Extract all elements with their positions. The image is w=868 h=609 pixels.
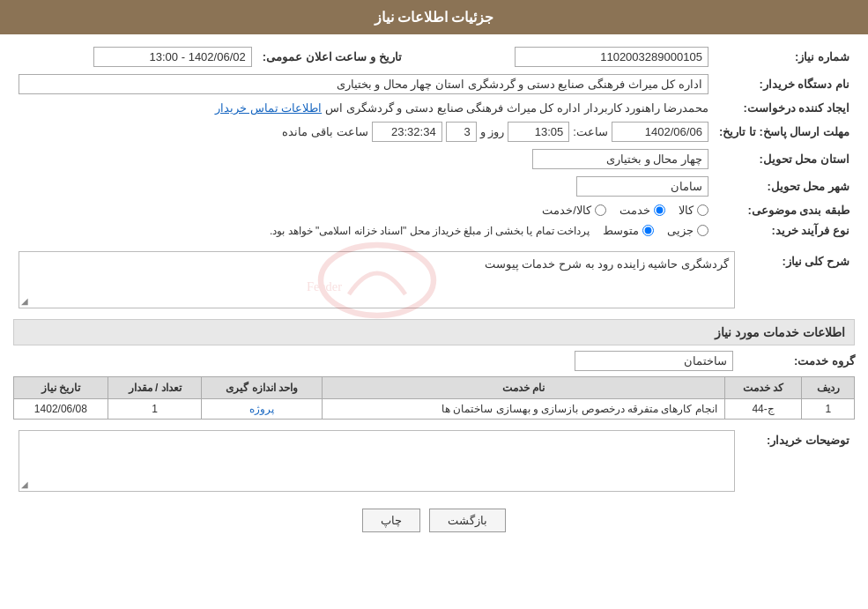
purchase-label-jozii: جزیی (667, 224, 694, 237)
category-option-kala-khedmat[interactable]: کالا/خدمت (542, 204, 606, 217)
buyer-org-value: اداره کل میراث فرهنگی صنایع دستی و گردشگ… (19, 74, 708, 94)
back-button[interactable]: بازگشت (429, 509, 506, 532)
buyer-desc-box: ◢ (19, 430, 735, 492)
city-label: شهر محل تحویل: (714, 173, 855, 200)
need-number-value: 1102003289000105 (515, 47, 708, 67)
remaining-label: ساعت باقی مانده (282, 125, 367, 138)
purchase-radio-jozii[interactable] (697, 225, 708, 236)
day-label: روز و (480, 125, 505, 138)
service-group-value: ساختمان (575, 351, 733, 371)
svg-text:AnaFender: AnaFender (307, 279, 342, 293)
description-label: شرح کلی نیاز: (740, 248, 855, 312)
need-number-label: شماره نیاز: (714, 43, 855, 71)
col-unit: واحد اندازه گیری (202, 377, 323, 399)
purchase-note: پرداخت تمام یا بخشی از مبلغ خریداز محل "… (270, 225, 590, 237)
purchase-radio-motevasset[interactable] (642, 225, 654, 236)
response-deadline-label: مهلت ارسال پاسخ: تا تاریخ: (714, 118, 855, 145)
col-qty: تعداد / مقدار (108, 377, 202, 399)
purchase-type-motevasset[interactable]: متوسط (603, 224, 654, 237)
category-label-khedmat: خدمت (619, 204, 650, 217)
buyer-desc-label: توضیحات خریدار: (740, 427, 855, 495)
resize-handle: ◢ (21, 296, 28, 306)
day-value: 3 (446, 122, 477, 142)
col-name: نام خدمت (323, 377, 725, 399)
svg-point-0 (321, 245, 434, 316)
purchase-type-label: نوع فرآیند خرید: (714, 220, 855, 241)
col-code: کد خدمت (724, 377, 802, 399)
category-radio-kala-khedmat[interactable] (595, 204, 606, 216)
buttons-row: بازگشت چاپ (13, 509, 855, 532)
category-radio-kala[interactable] (697, 204, 708, 216)
table-cell: انجام کارهای متفرقه درخصوص بازسازی و بهس… (323, 399, 725, 420)
buyer-resize-handle: ◢ (21, 479, 28, 489)
creator-value: محمدرضا راهنورد کاربردار اداره کل میراث … (325, 101, 708, 115)
page-header: جزئیات اطلاعات نیاز (0, 0, 868, 34)
creator-contact-link[interactable]: اطلاعات تماس خریدار (215, 101, 322, 115)
col-date: تاریخ نیاز (14, 377, 108, 399)
service-info-header: اطلاعات خدمات مورد نیاز (13, 319, 855, 345)
col-row: ردیف (802, 377, 855, 399)
purchase-type-jozii[interactable]: جزیی (667, 224, 708, 237)
purchase-type-group: جزیی متوسط پرداخت تمام یا بخشی از مبلغ خ… (19, 224, 708, 237)
table-cell: ج-44 (724, 399, 802, 420)
creator-label: ایجاد کننده درخواست: (714, 98, 855, 118)
city-value: سامان (576, 176, 708, 197)
province-label: استان محل تحویل: (714, 145, 855, 173)
category-radio-khedmat[interactable] (654, 204, 665, 216)
table-cell: 1402/06/08 (14, 399, 108, 420)
deadline-date-value: 1402/06/06 (612, 122, 708, 142)
category-radio-group: کالا خدمت کالا/خدمت (19, 204, 708, 217)
service-group-row: گروه خدمت: ساختمان (13, 351, 855, 371)
description-box: AnaFender گردشگری حاشیه زاینده رود به شر… (19, 251, 735, 308)
province-value: چهار محال و بختیاری (532, 149, 708, 169)
time-label: ساعت: (573, 125, 608, 138)
buyer-desc-section: توضیحات خریدار: ◢ (13, 427, 855, 495)
table-row: 1ج-44انجام کارهای متفرقه درخصوص بازسازی … (14, 399, 855, 420)
buyer-org-label: نام دستگاه خریدار: (714, 71, 855, 98)
print-button[interactable]: چاپ (362, 509, 420, 532)
remaining-value: 23:32:34 (372, 122, 442, 142)
deadline-time-value: 13:05 (508, 122, 569, 142)
description-value: گردشگری حاشیه زاینده رود به شرح خدمات پی… (485, 257, 729, 271)
table-cell: 1 (802, 399, 855, 420)
category-option-khedmat[interactable]: خدمت (619, 204, 665, 217)
description-section: شرح کلی نیاز: AnaFender گردشگری حاشیه زا… (13, 248, 855, 312)
table-cell: 1 (108, 399, 202, 420)
info-table: شماره نیاز: 1102003289000105 تاریخ و ساع… (13, 43, 855, 241)
service-group-label: گروه خدمت: (740, 354, 855, 368)
category-option-kala[interactable]: کالا (679, 204, 708, 217)
service-table: ردیف کد خدمت نام خدمت واحد اندازه گیری ت… (13, 376, 855, 420)
announce-date-label: تاریخ و ساعت اعلان عمومی: (257, 43, 419, 71)
watermark-logo: AnaFender (307, 238, 448, 323)
category-label-kala-khedmat: کالا/خدمت (542, 204, 591, 217)
category-label-kala: کالا (679, 204, 694, 217)
category-label: طبقه بندی موضوعی: (714, 200, 855, 220)
page-title: جزئیات اطلاعات نیاز (375, 10, 494, 25)
announce-date-value: 1402/06/02 - 13:00 (93, 47, 252, 67)
table-cell: پروژه (202, 399, 323, 420)
purchase-label-motevasset: متوسط (603, 224, 639, 237)
